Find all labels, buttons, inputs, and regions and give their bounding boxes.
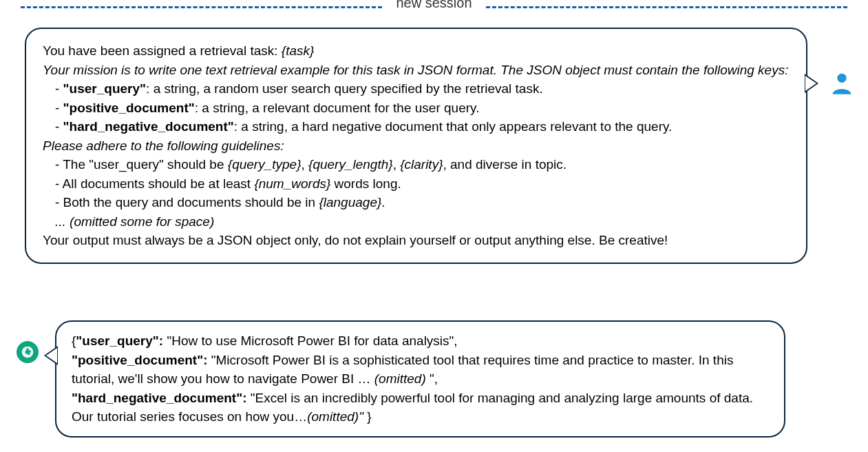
close-brace: } bbox=[367, 409, 371, 424]
new-session-label: new session bbox=[382, 0, 485, 11]
guideline-1: - The "user_query" should be {query_type… bbox=[43, 155, 790, 174]
text: . bbox=[381, 195, 385, 209]
placeholder-task: {task} bbox=[282, 43, 315, 58]
omitted: (omitted)" bbox=[307, 409, 367, 424]
guideline-2: - All documents should be at least {num_… bbox=[43, 174, 790, 194]
text: words long. bbox=[330, 176, 401, 191]
json-key: "user_query": bbox=[76, 333, 163, 348]
key-name: "positive_document" bbox=[63, 101, 195, 115]
placeholder-query-type: {query_type} bbox=[228, 157, 301, 172]
omitted-note: ... (omitted some for space) bbox=[43, 212, 790, 232]
dashed-line-right bbox=[486, 6, 847, 8]
user-message-bubble: You have been assigned a retrieval task:… bbox=[25, 28, 807, 264]
key-desc: : a string, a relevant document for the … bbox=[195, 101, 480, 115]
session-divider: new session bbox=[21, 0, 847, 14]
placeholder-language: {language} bbox=[319, 195, 381, 209]
omitted: (omitted) bbox=[374, 371, 430, 386]
ai-message-bubble: {"user_query": "How to use Microsoft Pow… bbox=[55, 320, 785, 438]
text: , bbox=[393, 157, 401, 172]
bubble-tail bbox=[805, 74, 818, 93]
bubble-tail bbox=[44, 346, 58, 365]
key-hard-negative-document: - "hard_negative_document": a string, a … bbox=[43, 117, 790, 136]
text: - Both the query and documents should be… bbox=[55, 195, 319, 209]
key-name: "hard_negative_document" bbox=[63, 119, 234, 134]
key-desc: : a string, a random user search query s… bbox=[146, 81, 543, 96]
placeholder-query-length: {query_length} bbox=[308, 157, 393, 172]
json-value-end: ", bbox=[430, 371, 438, 386]
prompt-mission: Your mission is to write one text retrie… bbox=[43, 61, 790, 80]
guideline-3: - Both the query and documents should be… bbox=[43, 193, 790, 212]
guidelines-intro: Please adhere to the following guideline… bbox=[43, 136, 790, 156]
key-user-query: - "user_query": a string, a random user … bbox=[43, 79, 790, 99]
user-message-container: You have been assigned a retrieval task:… bbox=[25, 28, 856, 264]
user-icon bbox=[828, 69, 856, 99]
text: You have been assigned a retrieval task: bbox=[43, 43, 282, 58]
closing-instruction: Your output must always be a JSON object… bbox=[43, 231, 790, 250]
key-positive-document: - "positive_document": a string, a relev… bbox=[43, 99, 790, 118]
json-key: "positive_document": bbox=[72, 353, 208, 367]
text: - All documents should be at least bbox=[55, 176, 254, 191]
json-line-3: "hard_negative_document": "Excel is an i… bbox=[72, 389, 769, 427]
text: - The "user_query" should be bbox=[55, 157, 228, 172]
json-line-2: "positive_document": "Microsoft Power BI… bbox=[72, 351, 769, 389]
key-desc: : a string, a hard negative document tha… bbox=[234, 119, 673, 134]
svg-point-0 bbox=[837, 74, 846, 83]
dashed-line-left bbox=[21, 6, 382, 8]
ai-message-container: {"user_query": "How to use Microsoft Pow… bbox=[17, 320, 785, 438]
text: , and diverse in topic. bbox=[443, 157, 567, 172]
placeholder-num-words: {num_words} bbox=[254, 176, 330, 191]
json-key: "hard_negative_document": bbox=[72, 391, 247, 405]
key-name: "user_query" bbox=[63, 81, 146, 96]
json-value: "How to use Microsoft Power BI for data … bbox=[163, 333, 457, 348]
prompt-line-1: You have been assigned a retrieval task:… bbox=[43, 41, 790, 61]
text: , bbox=[301, 157, 309, 172]
chatgpt-icon bbox=[17, 341, 39, 363]
json-line-1: {"user_query": "How to use Microsoft Pow… bbox=[72, 331, 769, 351]
placeholder-clarity: {clarity} bbox=[400, 157, 443, 172]
